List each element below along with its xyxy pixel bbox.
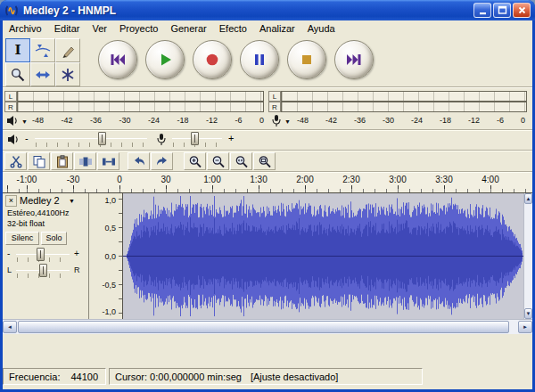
output-volume-slider[interactable] [34,132,148,147]
skip-end-icon [345,51,363,69]
envelope-tool-icon [35,44,51,58]
timeshift-tool-button[interactable] [30,62,55,86]
solo-button[interactable]: Solo [41,232,67,245]
scroll-up-button[interactable]: ▲ [524,193,532,204]
trim-button[interactable] [74,152,96,170]
microphone-icon[interactable] [270,114,283,127]
zoom-out-button[interactable] [207,152,229,170]
toolbar-separator-2 [3,129,532,131]
skip-start-icon [109,51,127,69]
db-label: -24 [411,116,423,125]
menu-ayuda[interactable]: Ayuda [301,22,342,35]
db-label: -18 [177,116,188,125]
pan-thumb[interactable] [39,264,47,277]
input-volume-slider[interactable] [171,132,223,147]
fit-selection-icon [235,155,249,168]
input-meter-dropdown-icon[interactable]: ▼ [284,118,291,125]
tools-toolbar: I [5,38,80,86]
gain-slider[interactable] [15,248,70,262]
timeline-ruler[interactable]: -1:00 -30 0 30 1:00 1:30 2:00 2:30 3:00 … [3,173,532,193]
db-label: -48 [297,116,309,125]
output-volume-thumb[interactable] [98,132,106,145]
redo-button[interactable] [151,152,173,170]
status-cursor-field: Cursor: 0:00,000000 min:seg [Ajuste desa… [109,368,423,385]
menu-analizar[interactable]: Analizar [253,22,301,35]
input-meter-left-bar[interactable] [281,91,527,102]
record-button[interactable] [193,40,232,79]
toolbar-separator-3 [3,150,532,151]
speaker-icon[interactable] [6,115,20,127]
timeline-label: -1:00 [17,175,37,184]
timeline-label: 4:00 [482,175,498,184]
minimize-button[interactable] [473,3,491,18]
db-label: -36 [90,116,102,125]
timeline-label: 1:30 [250,175,267,184]
selection-tool-button[interactable]: I [5,38,30,62]
horizontal-scrollbar[interactable]: ◄ ► [3,319,532,334]
track-close-button[interactable]: × [5,195,17,207]
scroll-left-icon: ◄ [7,324,12,330]
stop-icon [298,51,316,69]
rate-value: 44100 [70,372,98,382]
play-button[interactable] [145,40,185,79]
zoom-in-button[interactable] [184,152,206,170]
fit-project-button[interactable] [253,152,276,170]
copy-button[interactable] [28,152,50,170]
input-meter-right-bar[interactable] [281,102,527,112]
timeline-label: -30 [67,175,79,184]
db-label: -18 [440,116,451,125]
scroll-right-icon: ► [523,324,528,330]
gain-minus-label: - [7,248,10,260]
trim-icon [78,155,93,168]
pan-slider[interactable] [15,264,70,278]
close-button[interactable] [513,3,531,18]
menu-ver[interactable]: Ver [86,22,113,35]
menu-archivo[interactable]: Archivo [3,22,48,35]
envelope-tool-button[interactable] [30,38,55,62]
draw-tool-button[interactable] [55,38,80,62]
titlebar[interactable]: Medley 2 - HNMPL [0,0,535,20]
cut-button[interactable] [4,152,27,170]
scroll-down-button[interactable]: ▼ [524,308,532,319]
play-icon [156,51,174,69]
horizontal-scroll-thumb[interactable] [18,321,509,333]
menu-proyecto[interactable]: Proyecto [113,22,164,35]
pause-button[interactable] [240,40,279,79]
amplitude-ruler[interactable]: 1,0 0,5 0,0 -0,5 -1,0 [89,193,123,319]
paste-button[interactable] [51,152,73,170]
menu-efecto[interactable]: Efecto [213,22,253,35]
skip-to-end-button[interactable] [334,40,374,79]
track-menu-dropdown-icon[interactable]: ▼ [69,198,75,204]
waveform-canvas[interactable] [123,193,523,319]
zoom-tool-button[interactable] [5,62,30,86]
output-meter-left-bar[interactable] [17,91,264,102]
multi-tool-button[interactable] [55,62,80,86]
zoom-in-icon [188,155,202,168]
scroll-left-button[interactable]: ◄ [3,321,17,333]
output-meter-right-bar[interactable] [17,102,264,112]
menu-editar[interactable]: Editar [48,22,86,35]
zoom-out-icon [211,155,226,168]
output-meter-scale: -48 -42 -36 -30 -24 -18 -12 -6 0 [32,116,264,125]
edit-group-clipboard [4,152,119,170]
silence-button[interactable] [97,152,119,170]
scroll-right-button[interactable]: ► [518,321,532,333]
gain-thumb[interactable] [37,248,45,261]
stop-button[interactable] [287,40,326,79]
skip-to-start-button[interactable] [98,40,137,79]
menu-generar[interactable]: Generar [164,22,212,35]
vertical-scrollbar[interactable]: ▲ ▼ [523,193,532,319]
output-meter-dropdown-icon[interactable]: ▼ [21,118,28,125]
amplitude-label: 0,5 [104,224,116,233]
silence-icon [102,155,116,168]
slider-ticks [36,143,146,147]
audacity-window: Medley 2 - HNMPL Archivo Editar Ver Proy… [0,0,535,392]
db-label: -36 [354,116,366,125]
undo-button[interactable] [128,152,150,170]
fit-selection-button[interactable] [230,152,252,170]
track-title[interactable]: Medley 2 [20,195,60,206]
maximize-button[interactable] [493,3,511,18]
input-volume-thumb[interactable] [191,132,199,145]
amplitude-label: -0,5 [102,281,116,290]
mute-button[interactable]: Silenc [5,232,39,245]
